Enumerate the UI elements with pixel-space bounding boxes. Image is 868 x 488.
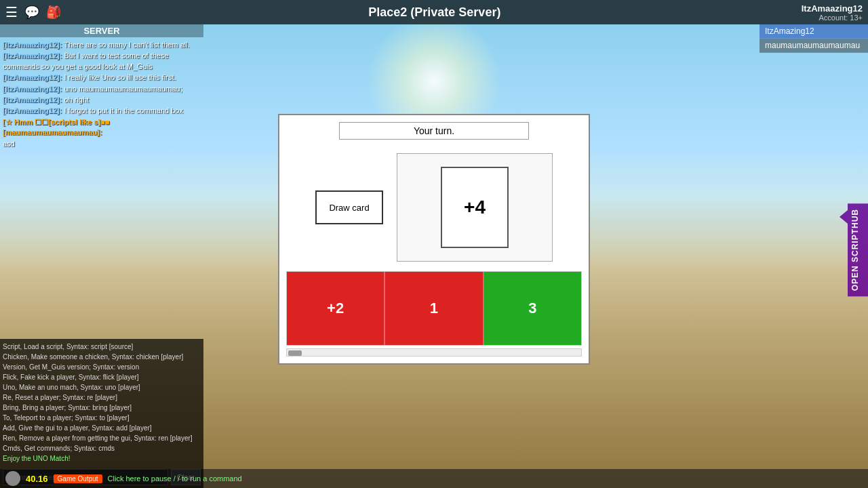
username-label: ItzAmaazing12 bbox=[802, 3, 863, 14]
chat-sender: [ItzAmaazing12]: bbox=[3, 96, 62, 104]
chat-line: [ItzAmaazing12]: But I want to test some… bbox=[3, 51, 201, 72]
hand-cards: +2 1 3 bbox=[286, 271, 582, 346]
hand-card-2[interactable]: 3 bbox=[484, 272, 581, 345]
server-label: SERVER bbox=[0, 24, 203, 37]
draw-card-button[interactable]: Draw card bbox=[315, 190, 383, 224]
your-turn-banner: Your turn. bbox=[339, 122, 529, 140]
chat-text: I forgot to put it in the command box bbox=[64, 106, 182, 115]
chat-text: oh right bbox=[64, 96, 89, 104]
top-card[interactable]: +4 bbox=[441, 167, 509, 248]
chat-sender: [ItzAmaazing12]: bbox=[3, 85, 62, 93]
chat-line: [ItzAmaazing12]: I really like Uno so il… bbox=[3, 73, 201, 83]
script-line: Script, Load a script, Syntax: script [s… bbox=[3, 342, 201, 352]
script-line: To, Teleport to a player; Syntax: to [pl… bbox=[3, 413, 201, 423]
uno-dialog: Your turn. Draw card +4 +2 1 3 bbox=[278, 114, 590, 365]
script-line: Ren, Remove a player from getting the gu… bbox=[3, 433, 201, 443]
dialog-scrollbar[interactable] bbox=[286, 348, 582, 357]
inventory-icon[interactable]: 🎒 bbox=[46, 5, 61, 20]
card-discard-pile: +4 bbox=[397, 153, 553, 262]
chat-sender-orange: [☆ Hmm ☐☐[scriptsI like s]■■ [maumaumaum… bbox=[3, 118, 110, 136]
script-line: Uno, Make an uno mach, Syntax: uno [play… bbox=[3, 382, 201, 392]
script-list: Script, Load a script, Syntax: script [s… bbox=[0, 339, 203, 466]
avatar-icon bbox=[5, 471, 20, 486]
hand-card-1[interactable]: 1 bbox=[385, 272, 484, 345]
chat-sender: [ItzAmaazing12]: bbox=[3, 73, 62, 81]
health-display: 40.16 bbox=[26, 474, 48, 484]
card-area: Draw card +4 bbox=[286, 146, 582, 268]
open-scripthub-panel[interactable]: OPEN SCRIPTHUB bbox=[848, 203, 868, 296]
chat-messages: [ItzAmaazing12]: There are so many I can… bbox=[0, 37, 203, 339]
chat-sender: [ItzAmaazing12]: bbox=[3, 52, 62, 60]
player-list: ItzAmazing12 maumaumaumaumaumau bbox=[760, 24, 868, 53]
script-line: Cmds, Get commands; Syntax: cmds bbox=[3, 443, 201, 453]
top-bar: ☰ 💬 🎒 Place2 (Private Server) ItzAmaazin… bbox=[0, 0, 868, 24]
status-badge[interactable]: Game Output bbox=[54, 474, 102, 483]
script-line: Add, Give the gui to a player, Syntax: a… bbox=[3, 423, 201, 433]
chat-text-bottom: asd bbox=[3, 139, 201, 149]
script-line-highlight: Enjoy the UNO Match! bbox=[3, 453, 201, 464]
script-line: Bring, Bring a player; Syntax: bring [pl… bbox=[3, 403, 201, 413]
chat-text: There are so many I can't list them all. bbox=[64, 41, 190, 49]
user-info: ItzAmaazing12 Account: 13+ bbox=[802, 3, 863, 22]
player-entry: ItzAmazing12 bbox=[760, 24, 868, 39]
script-line: Version, Get M_Guis version; Syntax: ver… bbox=[3, 362, 201, 372]
chat-text: uno maumaumaumaumaumaumau; bbox=[64, 85, 182, 93]
status-text: Click here to pause / / to run a command bbox=[108, 474, 242, 483]
script-line: Flick, Fake kick a player, Syntax: flick… bbox=[3, 372, 201, 382]
chat-text: I really like Uno so ill use this first. bbox=[64, 73, 176, 81]
script-line: Re, Reset a player; Syntax: re [player] bbox=[3, 392, 201, 403]
chat-line: [ItzAmaazing12]: oh right bbox=[3, 95, 201, 105]
chat-line: [ItzAmaazing12]: I forgot to put it in t… bbox=[3, 106, 201, 116]
chat-icon[interactable]: 💬 bbox=[24, 5, 39, 20]
scripthub-arrow-icon[interactable] bbox=[840, 210, 848, 224]
chat-line: [ItzAmaazing12]: uno maumaumaumaumaumaum… bbox=[3, 84, 201, 94]
chat-sender: [ItzAmaazing12]: bbox=[3, 106, 62, 115]
left-panel: SERVER [ItzAmaazing12]: There are so man… bbox=[0, 24, 203, 488]
scrollbar-thumb[interactable] bbox=[288, 350, 302, 356]
menu-icon[interactable]: ☰ bbox=[5, 4, 18, 20]
chat-line: [ItzAmaazing12]: There are so many I can… bbox=[3, 40, 201, 50]
bottom-bar: 40.16 Game Output Click here to pause / … bbox=[0, 469, 868, 488]
player-entry: maumaumaumaumaumau bbox=[760, 39, 868, 53]
chat-sender: [ItzAmaazing12]: bbox=[3, 41, 62, 49]
window-title: Place2 (Private Server) bbox=[68, 5, 802, 20]
chat-line: [☆ Hmm ☐☐[scriptsI like s]■■ [maumaumaum… bbox=[3, 117, 201, 138]
hand-card-0[interactable]: +2 bbox=[287, 272, 385, 345]
script-line: Chicken, Make someone a chicken, Syntax:… bbox=[3, 352, 201, 362]
account-label: Account: 13+ bbox=[802, 14, 863, 22]
